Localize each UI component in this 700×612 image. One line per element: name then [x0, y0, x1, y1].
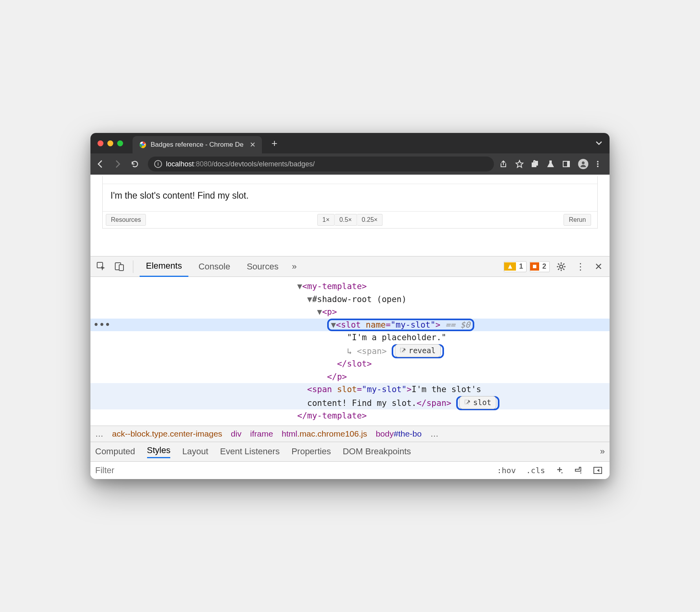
subtab-event-listeners[interactable]: Event Listeners: [220, 446, 280, 457]
tab-console[interactable]: Console: [192, 257, 237, 277]
devtools-panel: Elements Console Sources » ▲1 ■2 ⋮ ✕ ▼<m…: [90, 256, 610, 479]
styles-filter-bar: :hov .cls: [90, 462, 610, 479]
page-viewport: I'm the slot's content! Find my slot. Re…: [90, 175, 610, 256]
demo-panel: I'm the slot's content! Find my slot. Re…: [102, 176, 598, 229]
devtools-close-icon[interactable]: ✕: [591, 261, 606, 272]
new-tab-button[interactable]: +: [271, 137, 277, 149]
address-bar[interactable]: i localhost:8080/docs/devtools/elements/…: [148, 157, 494, 171]
rerun-button[interactable]: Rerun: [564, 214, 591, 226]
browser-tab[interactable]: Badges reference - Chrome De ✕: [133, 136, 262, 153]
subtab-styles[interactable]: Styles: [147, 445, 171, 458]
row-more-icon[interactable]: •••: [94, 319, 111, 332]
scale-025x-button[interactable]: 0.25×: [357, 214, 383, 226]
styles-filter-input[interactable]: [95, 465, 489, 476]
scale-1x-button[interactable]: 1×: [317, 214, 335, 226]
sidepanel-icon[interactable]: [562, 160, 573, 168]
urlbar: i localhost:8080/docs/devtools/elements/…: [90, 153, 610, 175]
reload-button[interactable]: [131, 160, 142, 168]
devtools-menu-icon[interactable]: ⋮: [573, 261, 588, 272]
toggle-sidebar-icon[interactable]: [591, 465, 605, 476]
svg-rect-10: [119, 265, 123, 271]
svg-point-11: [560, 265, 563, 268]
traffic-lights: [98, 140, 123, 146]
svg-point-4: [582, 162, 585, 164]
error-icon: ■: [530, 262, 539, 271]
svg-point-5: [597, 161, 599, 162]
svg-line-18: [558, 269, 559, 270]
forward-button[interactable]: [113, 160, 125, 168]
demo-text: I'm the slot's content! Find my slot.: [103, 184, 597, 211]
browser-window: Badges reference - Chrome De ✕ + i local…: [90, 133, 610, 479]
scale-05x-button[interactable]: 0.5×: [335, 214, 357, 226]
selected-dom-row[interactable]: ••• ▼<slot name="my-slot"> == $0: [90, 319, 610, 332]
subtab-properties[interactable]: Properties: [291, 446, 331, 457]
errors-badge[interactable]: ■2: [530, 261, 550, 272]
back-button[interactable]: [96, 160, 108, 168]
cls-button[interactable]: .cls: [524, 465, 547, 476]
chrome-favicon-icon: [139, 141, 147, 149]
svg-point-7: [597, 166, 599, 167]
device-toggle-icon[interactable]: [112, 260, 127, 274]
warnings-badge[interactable]: ▲1: [504, 261, 527, 272]
svg-line-16: [558, 264, 559, 265]
subtab-layout[interactable]: Layout: [182, 446, 208, 457]
subtab-dom-breakpoints[interactable]: DOM Breakpoints: [343, 446, 411, 457]
new-style-rule-icon[interactable]: [553, 465, 566, 476]
svg-rect-3: [567, 161, 569, 167]
browser-menu-icon[interactable]: [594, 160, 604, 168]
profile-avatar[interactable]: [578, 159, 588, 169]
minimize-window-button[interactable]: [107, 140, 113, 146]
close-window-button[interactable]: [98, 140, 103, 146]
settings-gear-icon[interactable]: [553, 262, 569, 272]
tab-elements[interactable]: Elements: [140, 256, 188, 277]
bookmark-star-icon[interactable]: [515, 160, 525, 168]
extensions-icon[interactable]: [531, 160, 541, 168]
dom-breadcrumb[interactable]: … ack--block.type.center-images div ifra…: [90, 426, 610, 442]
svg-point-24: [562, 472, 563, 473]
tab-sources[interactable]: Sources: [240, 257, 285, 277]
url-port: :8080: [194, 160, 212, 168]
subtab-computed[interactable]: Computed: [95, 446, 135, 457]
paint-bucket-icon[interactable]: [572, 465, 585, 476]
more-subtabs-icon[interactable]: »: [600, 446, 605, 457]
url-host: localhost: [166, 160, 194, 168]
maximize-window-button[interactable]: [117, 140, 123, 146]
url-path: /docs/devtools/elements/badges/: [212, 160, 315, 168]
titlebar: Badges reference - Chrome De ✕ +: [90, 133, 610, 153]
site-info-icon[interactable]: i: [154, 160, 162, 168]
tab-close-icon[interactable]: ✕: [250, 140, 256, 149]
inspect-element-icon[interactable]: [94, 260, 109, 274]
svg-line-19: [563, 264, 564, 265]
devtools-toolbar: Elements Console Sources » ▲1 ■2 ⋮ ✕: [90, 256, 610, 277]
labs-flask-icon[interactable]: [547, 160, 557, 168]
dom-tree[interactable]: ▼<my-template> ▼#shadow-root (open) ▼<p>…: [90, 277, 610, 425]
svg-point-6: [597, 163, 599, 165]
resources-button[interactable]: Resources: [106, 214, 146, 226]
styles-subtabs: Computed Styles Layout Event Listeners P…: [90, 442, 610, 462]
share-icon[interactable]: [499, 160, 510, 168]
dom-row-span[interactable]: <span slot="my-slot">I'm the slot's: [90, 383, 610, 396]
slot-badge[interactable]: slot: [459, 396, 496, 409]
tabs-dropdown-icon[interactable]: [595, 140, 602, 147]
warning-icon: ▲: [504, 262, 516, 271]
tab-title: Badges reference - Chrome De: [151, 141, 243, 149]
hov-button[interactable]: :hov: [495, 465, 518, 476]
scale-group: 1× 0.5× 0.25×: [317, 214, 383, 226]
reveal-badge[interactable]: reveal: [395, 344, 441, 357]
svg-line-17: [563, 269, 564, 270]
more-tabs-icon[interactable]: »: [289, 262, 300, 272]
